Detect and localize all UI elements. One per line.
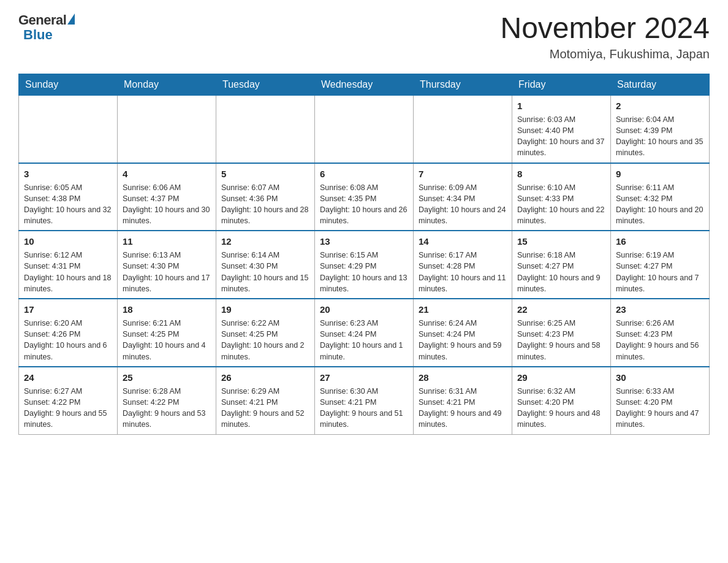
calendar-cell (315, 95, 414, 163)
calendar-cell: 21Sunrise: 6:24 AM Sunset: 4:24 PM Dayli… (414, 299, 512, 367)
logo-general-text: General (18, 12, 66, 28)
day-info: Sunrise: 6:27 AM Sunset: 4:22 PM Dayligh… (24, 387, 107, 429)
day-number: 15 (517, 235, 605, 248)
day-info: Sunrise: 6:20 AM Sunset: 4:26 PM Dayligh… (24, 319, 107, 361)
calendar-cell: 13Sunrise: 6:15 AM Sunset: 4:29 PM Dayli… (315, 231, 414, 299)
day-info: Sunrise: 6:05 AM Sunset: 4:38 PM Dayligh… (24, 183, 111, 226)
calendar-cell: 28Sunrise: 6:31 AM Sunset: 4:21 PM Dayli… (414, 367, 512, 434)
calendar-cell: 3Sunrise: 6:05 AM Sunset: 4:38 PM Daylig… (19, 163, 118, 231)
calendar-cell: 9Sunrise: 6:11 AM Sunset: 4:32 PM Daylig… (611, 163, 710, 231)
day-info: Sunrise: 6:28 AM Sunset: 4:22 PM Dayligh… (123, 387, 206, 429)
calendar-week-row: 24Sunrise: 6:27 AM Sunset: 4:22 PM Dayli… (19, 367, 710, 434)
calendar-header-friday: Friday (512, 74, 611, 95)
day-number: 28 (419, 371, 507, 384)
day-info: Sunrise: 6:24 AM Sunset: 4:24 PM Dayligh… (419, 319, 502, 361)
day-number: 25 (123, 371, 211, 384)
day-info: Sunrise: 6:31 AM Sunset: 4:21 PM Dayligh… (419, 387, 502, 429)
day-info: Sunrise: 6:04 AM Sunset: 4:39 PM Dayligh… (616, 115, 703, 158)
logo: General Blue (18, 12, 75, 43)
day-number: 14 (419, 235, 507, 248)
day-number: 12 (221, 235, 309, 248)
day-info: Sunrise: 6:17 AM Sunset: 4:28 PM Dayligh… (419, 251, 506, 293)
calendar-cell (19, 95, 118, 163)
day-info: Sunrise: 6:29 AM Sunset: 4:21 PM Dayligh… (221, 387, 305, 429)
day-number: 23 (616, 303, 704, 316)
day-number: 2 (616, 99, 704, 112)
calendar-header-wednesday: Wednesday (315, 74, 414, 95)
calendar-cell: 24Sunrise: 6:27 AM Sunset: 4:22 PM Dayli… (19, 367, 118, 434)
calendar-cell: 1Sunrise: 6:03 AM Sunset: 4:40 PM Daylig… (512, 95, 611, 163)
calendar-cell (118, 95, 216, 163)
day-info: Sunrise: 6:21 AM Sunset: 4:25 PM Dayligh… (123, 319, 206, 361)
day-number: 11 (123, 235, 211, 248)
day-number: 24 (24, 371, 112, 384)
day-info: Sunrise: 6:23 AM Sunset: 4:24 PM Dayligh… (320, 319, 403, 361)
day-number: 20 (320, 303, 408, 316)
day-number: 6 (320, 167, 408, 180)
calendar-cell: 17Sunrise: 6:20 AM Sunset: 4:26 PM Dayli… (19, 299, 118, 367)
calendar-cell: 5Sunrise: 6:07 AM Sunset: 4:36 PM Daylig… (216, 163, 315, 231)
day-info: Sunrise: 6:07 AM Sunset: 4:36 PM Dayligh… (221, 183, 308, 226)
day-info: Sunrise: 6:14 AM Sunset: 4:30 PM Dayligh… (221, 251, 308, 293)
month-title: November 2024 (500, 12, 710, 45)
calendar-cell: 12Sunrise: 6:14 AM Sunset: 4:30 PM Dayli… (216, 231, 315, 299)
day-number: 29 (517, 371, 605, 384)
day-number: 5 (221, 167, 309, 180)
calendar-header-tuesday: Tuesday (216, 74, 315, 95)
day-number: 30 (616, 371, 704, 384)
day-info: Sunrise: 6:19 AM Sunset: 4:27 PM Dayligh… (616, 251, 699, 293)
calendar-cell: 4Sunrise: 6:06 AM Sunset: 4:37 PM Daylig… (118, 163, 216, 231)
day-info: Sunrise: 6:30 AM Sunset: 4:21 PM Dayligh… (320, 387, 403, 429)
calendar-cell (414, 95, 512, 163)
day-info: Sunrise: 6:06 AM Sunset: 4:37 PM Dayligh… (123, 183, 210, 226)
header-right: November 2024 Motomiya, Fukushima, Japan (500, 12, 710, 61)
day-number: 19 (221, 303, 309, 316)
calendar-week-row: 17Sunrise: 6:20 AM Sunset: 4:26 PM Dayli… (19, 299, 710, 367)
day-info: Sunrise: 6:22 AM Sunset: 4:25 PM Dayligh… (221, 319, 305, 361)
calendar-cell: 15Sunrise: 6:18 AM Sunset: 4:27 PM Dayli… (512, 231, 611, 299)
logo-triangle-icon (67, 13, 75, 25)
calendar-cell: 19Sunrise: 6:22 AM Sunset: 4:25 PM Dayli… (216, 299, 315, 367)
day-number: 9 (616, 167, 704, 180)
calendar-header-saturday: Saturday (611, 74, 710, 95)
calendar-week-row: 10Sunrise: 6:12 AM Sunset: 4:31 PM Dayli… (19, 231, 710, 299)
calendar-cell: 14Sunrise: 6:17 AM Sunset: 4:28 PM Dayli… (414, 231, 512, 299)
day-info: Sunrise: 6:26 AM Sunset: 4:23 PM Dayligh… (616, 319, 699, 361)
day-number: 7 (419, 167, 507, 180)
day-number: 21 (419, 303, 507, 316)
location: Motomiya, Fukushima, Japan (500, 47, 710, 61)
day-info: Sunrise: 6:13 AM Sunset: 4:30 PM Dayligh… (123, 251, 210, 293)
day-info: Sunrise: 6:18 AM Sunset: 4:27 PM Dayligh… (517, 251, 601, 293)
calendar-cell: 18Sunrise: 6:21 AM Sunset: 4:25 PM Dayli… (118, 299, 216, 367)
calendar-table: SundayMondayTuesdayWednesdayThursdayFrid… (18, 74, 710, 435)
day-number: 1 (517, 99, 605, 112)
day-number: 22 (517, 303, 605, 316)
day-number: 27 (320, 371, 408, 384)
day-number: 8 (517, 167, 605, 180)
day-info: Sunrise: 6:10 AM Sunset: 4:33 PM Dayligh… (517, 183, 604, 226)
day-info: Sunrise: 6:03 AM Sunset: 4:40 PM Dayligh… (517, 115, 604, 158)
day-info: Sunrise: 6:09 AM Sunset: 4:34 PM Dayligh… (419, 183, 506, 226)
calendar-cell: 29Sunrise: 6:32 AM Sunset: 4:20 PM Dayli… (512, 367, 611, 434)
calendar-cell: 2Sunrise: 6:04 AM Sunset: 4:39 PM Daylig… (611, 95, 710, 163)
calendar-header-sunday: Sunday (19, 74, 118, 95)
day-info: Sunrise: 6:32 AM Sunset: 4:20 PM Dayligh… (517, 387, 601, 429)
calendar-cell: 10Sunrise: 6:12 AM Sunset: 4:31 PM Dayli… (19, 231, 118, 299)
calendar-cell: 25Sunrise: 6:28 AM Sunset: 4:22 PM Dayli… (118, 367, 216, 434)
day-info: Sunrise: 6:11 AM Sunset: 4:32 PM Dayligh… (616, 183, 703, 226)
day-info: Sunrise: 6:15 AM Sunset: 4:29 PM Dayligh… (320, 251, 407, 293)
day-info: Sunrise: 6:33 AM Sunset: 4:20 PM Dayligh… (616, 387, 699, 429)
day-info: Sunrise: 6:25 AM Sunset: 4:23 PM Dayligh… (517, 319, 601, 361)
day-info: Sunrise: 6:12 AM Sunset: 4:31 PM Dayligh… (24, 251, 111, 293)
day-number: 13 (320, 235, 408, 248)
calendar-cell: 30Sunrise: 6:33 AM Sunset: 4:20 PM Dayli… (611, 367, 710, 434)
day-number: 4 (123, 167, 211, 180)
calendar-header-thursday: Thursday (414, 74, 512, 95)
calendar-header-row: SundayMondayTuesdayWednesdayThursdayFrid… (19, 74, 710, 95)
day-info: Sunrise: 6:08 AM Sunset: 4:35 PM Dayligh… (320, 183, 407, 226)
day-number: 3 (24, 167, 112, 180)
day-number: 10 (24, 235, 112, 248)
calendar-cell: 8Sunrise: 6:10 AM Sunset: 4:33 PM Daylig… (512, 163, 611, 231)
calendar-week-row: 1Sunrise: 6:03 AM Sunset: 4:40 PM Daylig… (19, 95, 710, 163)
calendar-cell: 20Sunrise: 6:23 AM Sunset: 4:24 PM Dayli… (315, 299, 414, 367)
